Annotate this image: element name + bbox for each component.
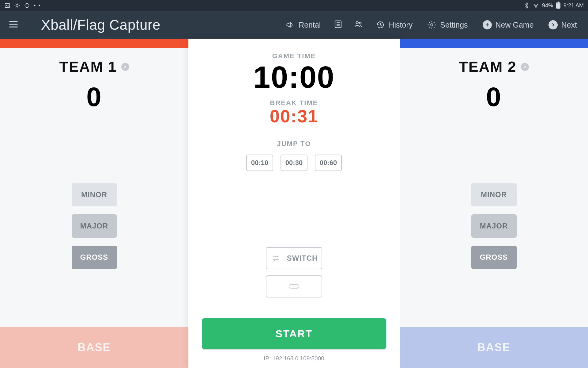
center-panel: GAME TIME 10:00 BREAK TIME 00:31 JUMP TO… [188,39,400,368]
team2-color-stripe [400,39,588,48]
page-title: Xball/Flag Capture [41,17,160,33]
clock-time: 9:21 AM [564,2,584,9]
bluetooth-icon [524,2,530,9]
sun-icon [14,2,20,9]
rental-label: Rental [299,21,321,29]
ip-address: IP: 192.168.0.109:5000 [188,355,400,362]
team1-penalties: MINOR MAJOR GROSS [72,183,117,269]
jump-30-button[interactable]: 00:30 [281,155,307,171]
game-time-value: 10:00 [253,59,335,95]
jump-10-button[interactable]: 00:10 [246,155,273,171]
next-label: Next [561,21,577,29]
svg-point-5 [356,21,359,24]
svg-rect-0 [5,3,10,7]
goggles-button[interactable] [266,275,322,297]
history-icon [376,20,385,29]
team2-name: TEAM 2 [459,58,516,75]
statusbar-left: • • [4,2,41,9]
power-icon [24,2,30,9]
pencil-icon [523,65,527,69]
pencil-icon [123,65,127,69]
svg-point-1 [16,5,18,7]
svg-rect-8 [289,285,299,288]
android-statusbar: • • 94% 9:21 AM [0,0,588,11]
history-label: History [389,21,413,29]
main-content: TEAM 1 0 MINOR MAJOR GROSS BASE GAME TIM… [0,39,588,368]
image-icon [4,2,10,9]
wifi-icon [533,2,539,9]
jump-to-label: JUMP TO [277,140,311,148]
team2-panel: TEAM 2 0 MINOR MAJOR GROSS BASE [400,39,588,368]
team2-major-button[interactable]: MAJOR [471,214,517,238]
list-button[interactable] [332,17,345,33]
team1-name: TEAM 1 [59,58,117,75]
team1-panel: TEAM 1 0 MINOR MAJOR GROSS BASE [0,39,188,368]
team2-base-button[interactable]: BASE [400,327,588,368]
jump-to-row: 00:10 00:30 00:60 [246,155,342,171]
statusbar-right: 94% 9:21 AM [524,2,584,9]
team1-score[interactable]: 0 [86,81,102,113]
start-button[interactable]: START [202,318,386,349]
battery-icon [556,2,560,9]
switch-icon [270,254,281,263]
svg-point-7 [431,24,433,26]
new-game-label: New Game [496,21,534,29]
jump-60-button[interactable]: 00:60 [315,155,342,171]
battery-pct: 94% [542,2,553,9]
next-button[interactable]: Next [545,18,581,32]
new-game-button[interactable]: New Game [479,18,537,32]
rental-button[interactable]: Rental [282,18,324,32]
team2-gross-button[interactable]: GROSS [471,246,517,269]
list-icon [334,20,343,29]
team1-major-button[interactable]: MAJOR [72,214,117,238]
team2-minor-button[interactable]: MINOR [471,183,517,206]
svg-point-6 [360,22,361,24]
users-icon [354,20,363,29]
hamburger-icon [8,19,19,30]
plus-circle-icon [483,20,492,29]
team1-minor-button[interactable]: MINOR [72,183,117,206]
break-time-value: 00:31 [270,106,318,126]
settings-label: Settings [440,21,468,29]
settings-button[interactable]: Settings [424,18,471,32]
menu-button[interactable] [6,16,21,33]
history-button[interactable]: History [372,18,416,32]
switch-label: SWITCH [287,254,318,263]
team2-edit-button[interactable] [521,63,529,71]
team1-base-button[interactable]: BASE [0,327,188,368]
team1-gross-button[interactable]: GROSS [72,246,117,269]
svg-point-3 [536,7,536,8]
dots-icon: • • [34,2,41,9]
appbar: Xball/Flag Capture Rental History Settin… [0,11,588,39]
players-button[interactable] [352,17,365,33]
switch-button[interactable]: SWITCH [266,247,322,269]
goggles-icon [288,282,300,291]
game-time-label: GAME TIME [272,52,316,60]
team1-name-row: TEAM 1 [59,58,129,75]
chevron-right-circle-icon [548,20,558,29]
megaphone-icon [286,20,295,29]
team2-name-row: TEAM 2 [459,58,529,75]
gear-icon [427,20,436,29]
team1-edit-button[interactable] [121,63,129,71]
team2-score[interactable]: 0 [486,81,502,113]
team1-color-stripe [0,39,188,48]
team2-penalties: MINOR MAJOR GROSS [471,183,517,269]
